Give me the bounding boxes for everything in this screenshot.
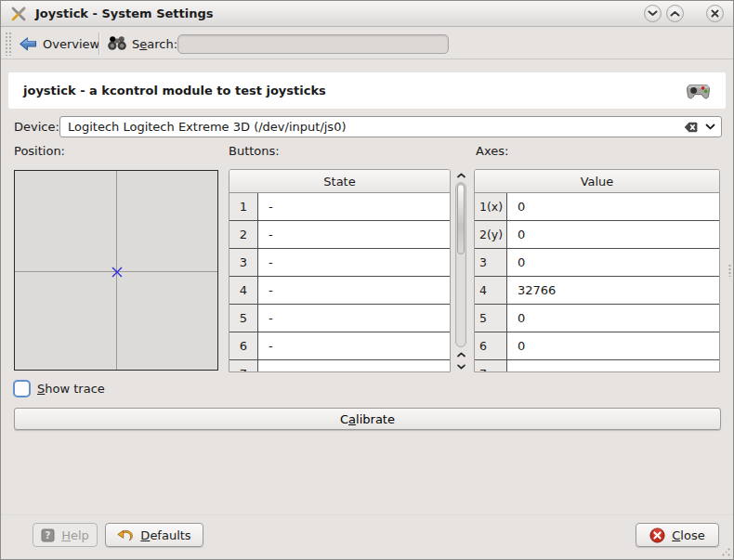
axis-value-cell: 0 — [507, 193, 719, 220]
button-number: 3 — [229, 249, 258, 276]
table-row: 1(x)0 — [475, 193, 719, 221]
axes-table-header: Value — [475, 170, 719, 193]
table-row: 2- — [229, 221, 450, 249]
buttons-label: Buttons: — [229, 144, 280, 161]
close-icon — [711, 9, 719, 18]
button-state-cell: - — [258, 249, 450, 276]
joystick-position-marker — [111, 267, 123, 278]
button-state-cell: - — [258, 305, 450, 332]
axis-number: 2(y) — [475, 221, 507, 248]
close-window-button[interactable] — [706, 5, 724, 22]
table-row: 1- — [229, 193, 450, 221]
utilities-window-icon — [10, 6, 27, 22]
window: Joystick - System Settings Overview — [0, 0, 734, 560]
combo-dropdown-icon — [705, 124, 715, 130]
scroll-up-button[interactable] — [453, 169, 468, 181]
button-state-cell — [258, 360, 450, 372]
resize-grip[interactable] — [720, 546, 731, 557]
search-input[interactable] — [177, 34, 449, 54]
toolbar: Overview Search: — [1, 28, 733, 59]
table-row: 3- — [229, 249, 450, 277]
table-row: 5- — [229, 305, 450, 332]
axis-value-cell: 0 — [507, 305, 719, 332]
axis-value-cell: 0 — [507, 332, 719, 359]
axis-number: 7 — [475, 360, 507, 372]
help-button[interactable]: ? Help — [33, 523, 98, 547]
position-label: Position: — [14, 144, 65, 161]
axis-value-cell: 0 — [507, 221, 719, 248]
back-arrow-icon — [20, 37, 37, 51]
axis-number: 1(x) — [475, 193, 507, 220]
axes-table: Value 1(x)0 2(y)0 30 432766 50 60 7 — [474, 169, 720, 372]
device-combobox[interactable]: Logitech Logitech Extreme 3D (/dev/input… — [59, 116, 722, 137]
maximize-button[interactable] — [666, 5, 684, 22]
overview-button[interactable]: Overview — [16, 31, 103, 57]
button-state-cell: - — [258, 277, 450, 304]
minimize-button[interactable] — [644, 5, 662, 22]
defaults-button[interactable]: Defaults — [105, 523, 203, 547]
button-number: 7 — [229, 360, 258, 372]
table-row: 2(y)0 — [475, 221, 719, 249]
binoculars-search-icon — [107, 34, 127, 52]
titlebar[interactable]: Joystick - System Settings — [1, 1, 733, 27]
window-title: Joystick - System Settings — [35, 7, 214, 20]
table-row: 4- — [229, 277, 450, 305]
axis-value-cell — [507, 360, 719, 372]
axis-number: 3 — [475, 249, 507, 276]
show-trace-checkbox[interactable] — [13, 380, 31, 397]
buttons-table-header: State — [229, 170, 450, 193]
button-state-cell: - — [258, 193, 450, 220]
buttons-table: State 1- 2- 3- 4- 5- 6- 7 — [229, 169, 451, 372]
chevron-up-icon — [457, 173, 465, 178]
module-header: joystick - a kcontrol module to test joy… — [8, 72, 726, 109]
axis-number: 6 — [475, 332, 507, 359]
buttons-table-scrollbar[interactable] — [453, 169, 468, 372]
button-number: 1 — [229, 193, 258, 220]
table-row: 7 — [475, 360, 719, 372]
axis-number: 4 — [475, 277, 507, 304]
position-display — [14, 170, 218, 371]
chevron-up-icon — [457, 352, 465, 358]
gamepad-icon — [686, 82, 711, 100]
show-trace-label: Show trace — [37, 382, 105, 396]
window-edge-grip[interactable] — [728, 264, 731, 277]
scroll-down-button[interactable] — [453, 360, 468, 372]
close-button[interactable]: Close — [636, 523, 719, 547]
calibrate-button[interactable]: Calibrate — [14, 408, 721, 430]
toolbar-drag-handle[interactable] — [5, 32, 11, 56]
button-number: 5 — [229, 305, 258, 332]
help-icon: ? — [41, 528, 55, 542]
chevron-up-icon — [670, 10, 680, 17]
toolbar-separator — [98, 33, 99, 55]
device-label: Device: — [14, 116, 59, 137]
axis-value-cell: 32766 — [507, 277, 719, 304]
chevron-down-icon — [457, 364, 465, 370]
chevron-down-icon — [648, 10, 658, 17]
table-row: 6- — [229, 332, 450, 360]
axes-label: Axes: — [476, 144, 508, 161]
module-title: joystick - a kcontrol module to test joy… — [23, 84, 326, 98]
scrollbar-track[interactable] — [455, 182, 466, 347]
svg-text:?: ? — [46, 530, 51, 540]
button-number: 4 — [229, 277, 258, 304]
table-row: 432766 — [475, 277, 719, 305]
clear-text-icon[interactable] — [684, 122, 698, 133]
button-state-cell: - — [258, 221, 450, 248]
table-row: 7 — [229, 360, 450, 372]
close-red-icon — [649, 527, 665, 543]
axis-number: 5 — [475, 305, 507, 332]
button-number: 6 — [229, 332, 258, 359]
scrollbar-thumb[interactable] — [457, 184, 465, 254]
device-selected-value: Logitech Logitech Extreme 3D (/dev/input… — [68, 120, 684, 134]
table-row: 50 — [475, 305, 719, 332]
table-row: 30 — [475, 249, 719, 277]
axis-value-cell: 0 — [507, 249, 719, 276]
search-label: Search: — [132, 37, 177, 51]
button-state-cell: - — [258, 332, 450, 359]
footer-separator — [1, 514, 733, 515]
undo-arrow-icon — [117, 528, 134, 542]
overview-label: Overview — [43, 37, 99, 51]
button-number: 2 — [229, 221, 258, 248]
scroll-up-button-bottom[interactable] — [453, 348, 468, 360]
table-row: 60 — [475, 332, 719, 360]
